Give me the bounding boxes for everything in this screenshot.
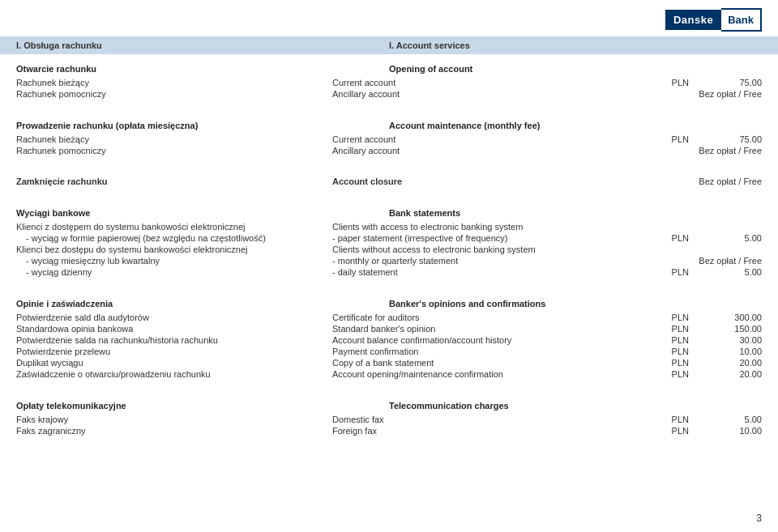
- cell-en: Ancillary account: [332, 146, 648, 155]
- page-number: 3: [756, 513, 762, 524]
- cell-currency: [648, 146, 697, 155]
- cell-pl: Rachunek pomocniczy: [16, 89, 332, 99]
- cell-currency: PLN: [648, 369, 697, 379]
- cell-price: 300.00: [697, 313, 762, 322]
- cell-currency: PLN: [648, 78, 697, 87]
- group-telecom-title-row: Opłaty telekomunikacyjne Telecommunicati…: [16, 399, 762, 412]
- cell-currency: PLN: [648, 233, 697, 243]
- cell-currency: [648, 245, 697, 254]
- group-opinions-title-row: Opinie i zaświadczenia Banker's opinions…: [16, 297, 762, 310]
- top-header: Danske Bank: [0, 0, 778, 36]
- table-row: Rachunek bieżący Current account PLN 75.…: [16, 77, 762, 88]
- group-telecom-title-en: Telecommunication charges: [389, 399, 762, 412]
- cell-currency: PLN: [648, 426, 697, 436]
- cell-price: Bez opłat / Free: [697, 256, 762, 266]
- table-row: Rachunek bieżący Current account PLN 75.…: [16, 134, 762, 145]
- group-closure-title-pl: Zamknięcie rachunku: [16, 177, 332, 186]
- table-row: - wyciąg w formie papierowej (bez względ…: [16, 232, 762, 244]
- cell-price: 10.00: [697, 426, 762, 436]
- cell-currency: [648, 89, 697, 99]
- cell-pl: Rachunek bieżący: [16, 134, 332, 144]
- section-header: I. Obsługa rachunku I. Account services: [0, 36, 778, 54]
- cell-pl: - wyciąg w formie papierowej (bez względ…: [16, 233, 332, 243]
- table-row: Klienci z dostępem do systemu bankowości…: [16, 221, 762, 232]
- logo-bank: Bank: [721, 8, 762, 32]
- group-statements: Wyciągi bankowe Bank statements Klienci …: [16, 206, 762, 278]
- cell-pl: Potwierdzenie przelewu: [16, 347, 332, 356]
- cell-price: 10.00: [697, 347, 762, 356]
- group-closure-title-en: Account closure: [332, 177, 648, 186]
- table-row: Faks krajowy Domestic fax PLN 5.00: [16, 414, 762, 425]
- cell-currency: PLN: [648, 335, 697, 345]
- group-opening-title-row: Otwarcie rachunku Opening of account: [16, 62, 762, 75]
- cell-price: 5.00: [697, 233, 762, 243]
- table-row: - wyciąg miesięczny lub kwartalny - mont…: [16, 255, 762, 266]
- cell-currency: PLN: [648, 313, 697, 322]
- cell-currency: PLN: [648, 267, 697, 277]
- cell-price: [697, 245, 762, 254]
- cell-pl: - wyciąg dzienny: [16, 267, 332, 277]
- cell-currency: PLN: [648, 324, 697, 334]
- main-content: Otwarcie rachunku Opening of account Rac…: [0, 62, 778, 436]
- cell-currency: PLN: [648, 134, 697, 144]
- cell-price: [697, 222, 762, 232]
- cell-en: Domestic fax: [332, 415, 648, 424]
- cell-pl: - wyciąg miesięczny lub kwartalny: [16, 256, 332, 266]
- cell-en: Current account: [332, 78, 648, 87]
- group-opening-title-en: Opening of account: [389, 62, 762, 75]
- group-closure: Zamknięcie rachunku Account closure Bez …: [16, 176, 762, 187]
- group-opinions: Opinie i zaświadczenia Banker's opinions…: [16, 297, 762, 380]
- cell-price: 30.00: [697, 335, 762, 345]
- table-row: Zamknięcie rachunku Account closure Bez …: [16, 176, 762, 187]
- cell-price: Bez opłat / Free: [697, 146, 762, 155]
- group-opening: Otwarcie rachunku Opening of account Rac…: [16, 62, 762, 100]
- group-maintenance: Prowadzenie rachunku (opłata miesięczna)…: [16, 119, 762, 156]
- bank-logo: Danske Bank: [665, 8, 762, 32]
- group-maintenance-title-row: Prowadzenie rachunku (opłata miesięczna)…: [16, 119, 762, 132]
- cell-en: Standard banker's opinion: [332, 324, 648, 334]
- cell-currency: PLN: [648, 358, 697, 368]
- cell-price: 150.00: [697, 324, 762, 334]
- table-row: Potwierdzenie sald dla audytorów Certifi…: [16, 312, 762, 323]
- cell-price: 5.00: [697, 415, 762, 424]
- cell-pl: Potwierdzenie sald dla audytorów: [16, 313, 332, 322]
- table-row: Faks zagraniczny Foreign fax PLN 10.00: [16, 425, 762, 436]
- cell-currency: [648, 256, 697, 266]
- cell-currency: PLN: [648, 415, 697, 424]
- cell-en: - daily statement: [332, 267, 648, 277]
- cell-currency: [648, 177, 697, 186]
- cell-en: Clients with access to electronic bankin…: [332, 222, 648, 232]
- cell-pl: Klienci z dostępem do systemu bankowości…: [16, 222, 332, 232]
- group-opening-title-pl: Otwarcie rachunku: [16, 62, 389, 75]
- cell-price: 75.00: [697, 134, 762, 144]
- cell-pl: Potwierdzenie salda na rachunku/historia…: [16, 335, 332, 345]
- cell-currency: [648, 222, 697, 232]
- cell-price: 20.00: [697, 358, 762, 368]
- table-row: Standardowa opinia bankowa Standard bank…: [16, 323, 762, 334]
- group-statements-title-row: Wyciągi bankowe Bank statements: [16, 206, 762, 219]
- cell-price: Bez opłat / Free: [697, 89, 762, 99]
- table-row: - wyciąg dzienny - daily statement PLN 5…: [16, 266, 762, 278]
- cell-pl: Faks zagraniczny: [16, 426, 332, 436]
- cell-pl: Klienci bez dostępu do systemu bankowośc…: [16, 245, 332, 254]
- table-row: Potwierdzenie salda na rachunku/historia…: [16, 334, 762, 346]
- cell-pl: Faks krajowy: [16, 415, 332, 424]
- cell-price: 20.00: [697, 369, 762, 379]
- group-statements-title-pl: Wyciągi bankowe: [16, 206, 389, 219]
- group-statements-title-en: Bank statements: [389, 206, 762, 219]
- cell-en: Certificate for auditors: [332, 313, 648, 322]
- table-row: Potwierdzenie przelewu Payment confirmat…: [16, 346, 762, 357]
- table-row: Duplikat wyciągu Copy of a bank statemen…: [16, 357, 762, 368]
- cell-currency: PLN: [648, 347, 697, 356]
- cell-en: - paper statement (irrespective of frequ…: [332, 233, 648, 243]
- cell-pl: Duplikat wyciągu: [16, 358, 332, 368]
- cell-en: Foreign fax: [332, 426, 648, 436]
- cell-pl: Standardowa opinia bankowa: [16, 324, 332, 334]
- logo-danske: Danske: [665, 10, 721, 30]
- group-opinions-title-pl: Opinie i zaświadczenia: [16, 297, 389, 310]
- cell-en: Payment confirmation: [332, 347, 648, 356]
- table-row: Klienci bez dostępu do systemu bankowośc…: [16, 244, 762, 255]
- cell-en: Copy of a bank statement: [332, 358, 648, 368]
- section-header-right: I. Account services: [389, 40, 762, 50]
- table-row: Rachunek pomocniczy Ancillary account Be…: [16, 145, 762, 156]
